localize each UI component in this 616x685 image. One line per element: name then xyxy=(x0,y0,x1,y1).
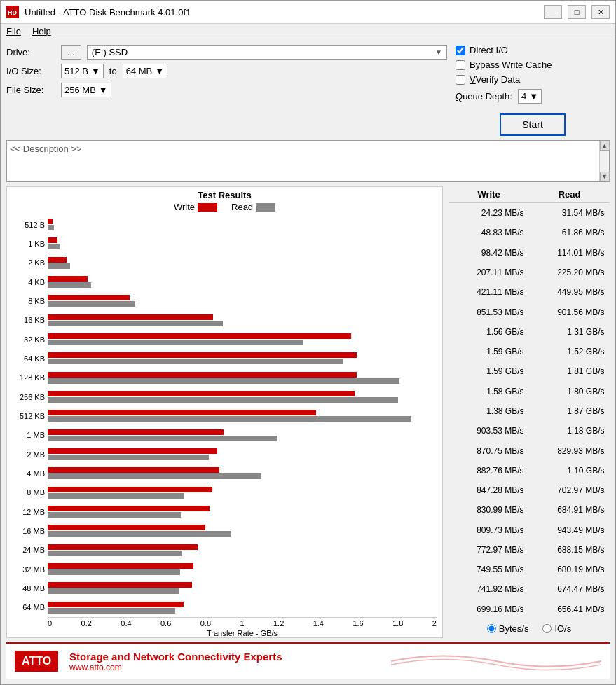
read-cell: 680.19 MB/s xyxy=(535,565,605,574)
read-bar xyxy=(48,340,303,345)
bars-pair xyxy=(48,314,437,326)
atto-logo: ATTO xyxy=(15,651,58,672)
data-table-header: Write Read xyxy=(449,186,610,203)
table-row: 1.56 GB/s1.31 GB/s xyxy=(449,327,610,337)
bypass-write-cache-checkbox[interactable] xyxy=(456,60,465,70)
bar-label: 16 MB xyxy=(8,527,45,535)
bypass-write-cache-row: Bypass Write Cache xyxy=(456,60,610,70)
write-bar xyxy=(48,352,357,358)
start-button[interactable]: Start xyxy=(500,113,566,136)
description-text: << Description >> xyxy=(10,144,82,154)
verify-data-row: VVerify Data xyxy=(456,74,610,85)
drive-browse-button[interactable]: ... xyxy=(61,45,81,60)
bars-pair xyxy=(48,391,437,403)
write-cell: 1.56 GB/s xyxy=(454,327,524,337)
x-axis: 00.20.40.60.811.21.41.61.82 xyxy=(48,617,437,628)
read-cell: 1.10 GB/s xyxy=(535,466,605,476)
write-bar xyxy=(48,544,198,550)
chart-body: 512 B1 KB2 KB4 KB8 KB16 KB32 KB64 KB128 … xyxy=(7,215,442,617)
read-bar xyxy=(48,321,223,326)
write-legend-color xyxy=(198,203,217,212)
read-bar xyxy=(48,569,180,575)
bar-label: 2 MB xyxy=(8,450,45,459)
minimize-button[interactable]: — xyxy=(544,5,562,19)
bar-row: 4 KB xyxy=(48,276,437,289)
write-bar xyxy=(48,467,219,473)
io-from-select[interactable]: 512 B ▼ xyxy=(61,64,104,78)
write-cell: 699.16 MB/s xyxy=(454,604,524,614)
bar-row: 16 MB xyxy=(48,525,437,537)
bar-row: 24 MB xyxy=(48,544,437,556)
bar-label: 2 KB xyxy=(8,258,45,267)
x-axis-tick: 1.6 xyxy=(353,619,363,628)
read-legend-label: Read xyxy=(231,202,253,212)
file-size-select[interactable]: 256 MB ▼ xyxy=(61,83,111,97)
drive-select[interactable]: (E:) SSD ▼ xyxy=(87,45,447,60)
scroll-up-button[interactable]: ▲ xyxy=(600,141,610,151)
write-cell: 809.73 MB/s xyxy=(454,525,524,535)
bytes-per-sec-radio[interactable] xyxy=(487,624,496,633)
write-cell: 421.11 MB/s xyxy=(454,287,524,297)
write-cell: 741.92 MB/s xyxy=(454,584,524,594)
x-axis-tick: 1 xyxy=(240,619,244,628)
bar-row: 2 KB xyxy=(48,256,437,269)
write-cell: 830.99 MB/s xyxy=(454,505,524,515)
read-bar xyxy=(48,397,398,403)
queue-depth-row: Queue Depth: 4 ▼ xyxy=(456,89,610,104)
io-per-sec-radio[interactable] xyxy=(542,624,552,633)
io-end-value: 64 MB xyxy=(126,66,153,76)
bar-row: 1 KB xyxy=(48,237,437,250)
read-bar xyxy=(48,244,60,249)
drive-arrow-icon: ▼ xyxy=(435,48,442,56)
app-icon: HD xyxy=(6,6,19,18)
bar-label: 256 KB xyxy=(8,393,45,401)
io-from-arrow: ▼ xyxy=(91,66,100,76)
read-bar xyxy=(48,455,209,460)
bar-label: 8 KB xyxy=(8,297,45,305)
write-bar xyxy=(48,602,184,607)
bar-row: 64 KB xyxy=(48,352,437,365)
bar-row: 32 KB xyxy=(48,333,437,346)
table-row: 830.99 MB/s684.91 MB/s xyxy=(449,505,610,515)
table-row: 98.42 MB/s114.01 MB/s xyxy=(449,248,610,258)
chart-area: Test Results Write Read 512 B1 KB2 KB4 K… xyxy=(6,186,443,638)
verify-data-checkbox[interactable] xyxy=(456,75,465,85)
bar-label: 512 KB xyxy=(8,412,45,420)
io-per-sec-label: IO/s xyxy=(554,623,571,634)
description-box[interactable]: << Description >> ▲ ▼ xyxy=(6,140,610,182)
write-legend-label: Write xyxy=(174,202,195,212)
x-axis-tick: 2 xyxy=(432,619,437,628)
table-row: 870.75 MB/s829.93 MB/s xyxy=(449,446,610,456)
write-bar xyxy=(48,333,351,339)
maximize-button[interactable]: □ xyxy=(568,5,586,19)
queue-depth-select[interactable]: 4 ▼ xyxy=(518,89,542,104)
read-cell: 1.52 GB/s xyxy=(535,347,605,357)
bar-label: 8 MB xyxy=(8,488,45,497)
close-button[interactable]: ✕ xyxy=(591,5,610,19)
write-cell: 847.28 MB/s xyxy=(454,485,524,495)
read-bar xyxy=(48,282,91,288)
write-cell: 24.23 MB/s xyxy=(454,208,524,218)
bar-label: 24 MB xyxy=(8,546,45,554)
io-from-value: 512 B xyxy=(64,66,88,76)
bars-pair xyxy=(48,582,437,594)
menu-help[interactable]: Help xyxy=(32,26,51,36)
x-axis-tick: 1.2 xyxy=(273,619,284,628)
write-bar xyxy=(48,237,57,243)
drive-row: Drive: ... (E:) SSD ▼ xyxy=(6,45,447,60)
direct-io-checkbox[interactable] xyxy=(456,46,465,55)
bars-pair xyxy=(48,429,437,441)
bars-pair xyxy=(48,506,437,518)
io-end-select[interactable]: 64 MB ▼ xyxy=(123,64,167,78)
bars-pair xyxy=(48,295,437,307)
direct-io-label: Direct I/O xyxy=(470,45,508,55)
menu-file[interactable]: File xyxy=(6,26,21,36)
footer: ATTO Storage and Network Connectivity Ex… xyxy=(6,642,610,679)
read-cell: 702.97 MB/s xyxy=(535,485,605,495)
drive-label: Drive: xyxy=(6,47,55,57)
table-row: 847.28 MB/s702.97 MB/s xyxy=(449,485,610,495)
scroll-down-button[interactable]: ▼ xyxy=(600,172,610,181)
bar-label: 4 MB xyxy=(8,469,45,478)
io-size-row: I/O Size: 512 B ▼ to 64 MB ▼ xyxy=(6,64,447,78)
read-cell: 684.91 MB/s xyxy=(535,505,605,515)
